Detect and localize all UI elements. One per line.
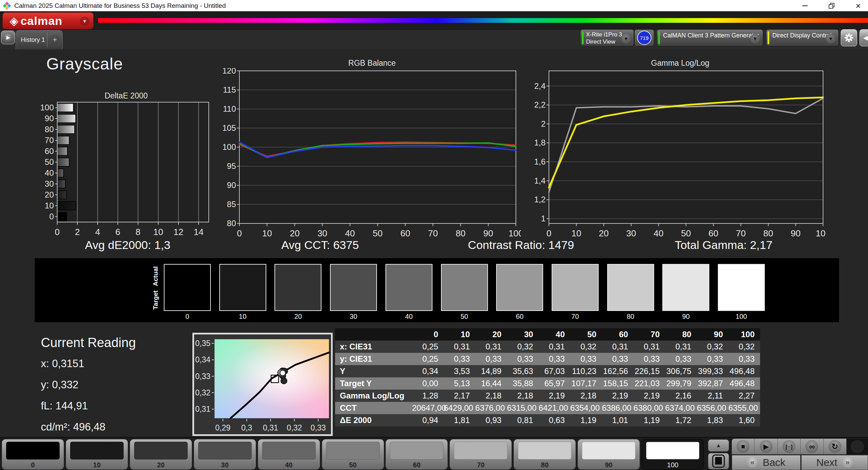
meter-dropdown[interactable]: X-Rite i1Pro 3 Direct View ▼ (580, 29, 634, 46)
svg-text:6: 6 (115, 227, 120, 237)
patch-button-60[interactable]: 60 (385, 439, 448, 470)
table-column-header-50: 50 (570, 328, 602, 341)
patch-button-30[interactable]: 30 (194, 439, 256, 470)
grayscale-swatch-60 (496, 264, 543, 311)
patch-button-80[interactable]: 80 (514, 439, 576, 470)
svg-text:14: 14 (194, 227, 204, 237)
restore-icon (828, 3, 835, 9)
pattern-generator-dropdown[interactable]: CalMAN Client 3 Pattern Generator ▼ (657, 29, 763, 46)
patch-button-40[interactable]: 40 (258, 439, 320, 470)
table-cell: 0,33 (475, 353, 507, 365)
grayscale-swatch-0 (164, 264, 211, 311)
table-corner-cell (335, 328, 412, 341)
infinity-icon: ∞ (809, 442, 815, 451)
patch-window-toggle-button[interactable] (708, 453, 729, 469)
patch-swatch-10 (70, 442, 124, 459)
table-row-label: Target Y (335, 377, 412, 390)
back-button-label: Back (763, 457, 786, 468)
svg-text:60: 60 (400, 228, 410, 238)
table-cell: 0,31 (444, 341, 475, 353)
patch-label-50: 50 (322, 461, 384, 469)
table-cell: 6376,00 (475, 402, 507, 414)
patch-button-10[interactable]: 10 (66, 439, 128, 470)
grayscale-swatch-strip: Actual Target 0102030405060708090100 (35, 258, 839, 322)
stat-avg-cct: Avg CCT: 6375 (238, 238, 402, 252)
svg-text:0: 0 (49, 212, 54, 221)
meter-name: X-Rite i1Pro 3 (586, 31, 622, 38)
table-cell: 0,32 (507, 341, 539, 353)
patch-swatch-60 (390, 442, 443, 459)
patch-button-90[interactable]: 90 (578, 439, 640, 470)
table-cell: 0,33 (697, 353, 728, 365)
restore-button[interactable] (826, 1, 837, 11)
table-column-header-60: 60 (602, 328, 633, 341)
svg-text:1,8: 1,8 (535, 138, 546, 147)
gamma-chart: Gamma Log/Log 11,21,41,61,822,22,4010203… (535, 59, 826, 240)
patch-label-20: 20 (130, 461, 192, 469)
display-dropdown-arrow[interactable]: ▼ (826, 34, 836, 44)
table-cell: 221,03 (633, 377, 665, 390)
pattern-dropdown-arrow[interactable]: ▼ (750, 34, 760, 44)
swatch-label-0: 0 (164, 313, 211, 320)
stop-icon: ■ (741, 443, 745, 450)
table-cell: 2,19 (539, 390, 570, 402)
tab-history-1[interactable]: History 1 + (16, 30, 63, 49)
patch-label-60: 60 (386, 461, 447, 469)
calman-menu-button[interactable]: ◈ calman ▼ (2, 12, 94, 29)
svg-text:80: 80 (763, 228, 773, 238)
meter-count-badge-box: 719 (634, 29, 654, 46)
svg-text:10: 10 (262, 228, 272, 238)
settings-button[interactable] (841, 29, 857, 46)
loop-button[interactable]: ∞ (801, 439, 823, 454)
table-cell: 0,63 (539, 414, 570, 426)
svg-text:12: 12 (174, 227, 184, 237)
table-cell: 299,79 (665, 377, 697, 390)
calman-diamond-icon: ◈ (10, 14, 18, 28)
svg-text:40: 40 (45, 168, 54, 177)
rgb-balance-chart: RGB Balance 8085909510010511011512001020… (223, 59, 521, 240)
patch-button-50[interactable]: 50 (322, 439, 384, 470)
minimize-button[interactable] (800, 1, 810, 11)
patch-button-20[interactable]: 20 (130, 439, 192, 470)
history-play-button[interactable]: ▶ (1, 31, 15, 44)
table-cell: 35,88 (507, 377, 539, 390)
gear-icon (844, 33, 854, 43)
table-cell: 6315,00 (507, 402, 539, 414)
patch-button-0[interactable]: 0 (2, 439, 64, 470)
grayscale-data-table: 0102030405060708090100x: CIE310,250,310,… (335, 328, 760, 426)
patch-window-up-button[interactable]: ▲ (708, 439, 729, 452)
meter-dropdown-arrow[interactable]: ▼ (621, 34, 631, 44)
empty-control-slot (847, 439, 868, 454)
back-button[interactable]: « Back (732, 455, 801, 470)
collapse-panel-button[interactable]: ◀ (859, 29, 868, 46)
patch-swatch-50 (326, 442, 380, 459)
calman-menu-dropdown[interactable]: ▼ (80, 17, 89, 26)
frame-marker-icon: [··] (786, 444, 792, 450)
table-row-label: CCT (335, 402, 412, 414)
add-tab-button[interactable]: + (47, 35, 62, 45)
table-cell: 6374,00 (665, 402, 697, 414)
next-button[interactable]: Next » (801, 455, 868, 470)
table-cell: 0,33 (602, 353, 633, 365)
patch-swatch-40 (262, 442, 316, 459)
play-button[interactable]: ▶ (755, 439, 777, 454)
svg-text:0,32: 0,32 (195, 388, 210, 397)
close-button[interactable]: × (853, 1, 863, 11)
svg-text:95: 95 (227, 161, 236, 171)
grayscale-swatch-50 (441, 264, 488, 311)
patch-button-100[interactable]: 100 (642, 439, 704, 470)
table-row: CCT20647,006429,006376,006315,006421,006… (335, 402, 760, 414)
grayscale-swatch-40 (385, 264, 432, 311)
swatch-label-40: 40 (385, 313, 432, 320)
marker-button[interactable]: [··] (778, 439, 801, 454)
patch-button-70[interactable]: 70 (449, 439, 512, 470)
svg-text:2,2: 2,2 (535, 100, 546, 109)
table-cell: 1,19 (633, 414, 665, 426)
refresh-button[interactable]: ↻ (824, 439, 847, 454)
table-cell: 0,31 (539, 341, 570, 353)
display-control-dropdown[interactable]: Direct Display Control ▼ (766, 29, 839, 46)
table-row-label: Gamma Log/Log (335, 390, 412, 402)
stop-button[interactable]: ■ (732, 439, 755, 454)
rgb-balance-chart-title: RGB Balance (223, 59, 521, 68)
patch-swatch-30 (198, 442, 252, 459)
